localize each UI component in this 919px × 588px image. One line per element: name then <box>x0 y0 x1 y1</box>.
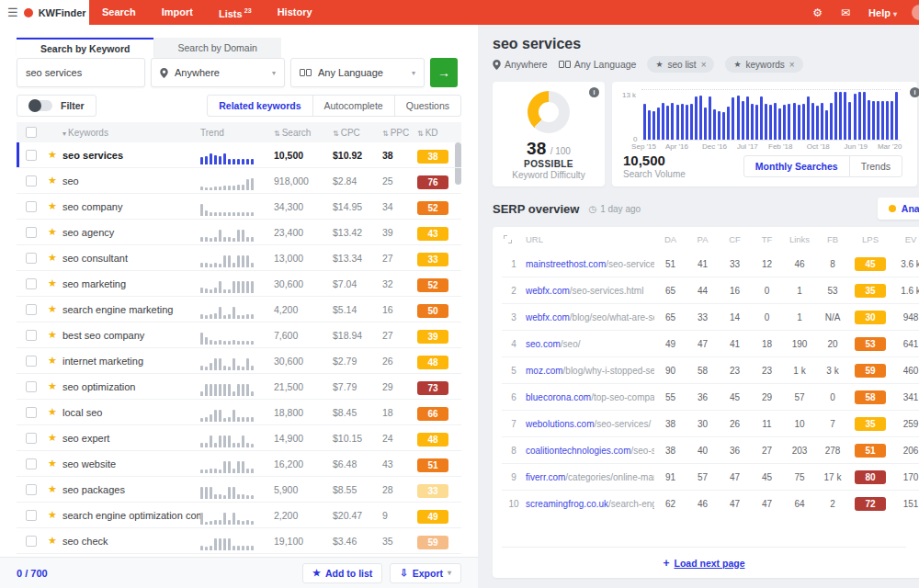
location-select[interactable]: Anywhere ▾ <box>151 58 285 87</box>
serp-result-row[interactable]: 5moz.com/blog/why-i-stopped-selling-…905… <box>502 357 919 384</box>
row-checkbox[interactable] <box>26 150 37 161</box>
serp-url-link[interactable]: bluecorona.com/top-seo-company/ <box>526 392 654 402</box>
serp-result-row[interactable]: 10screamingfrog.co.uk/search-engine-…624… <box>502 491 919 517</box>
kd-badge[interactable]: 49 <box>417 510 448 524</box>
col-ppc[interactable]: ⇅PPC <box>382 128 417 138</box>
serp-result-row[interactable]: 6bluecorona.com/top-seo-company/55364529… <box>502 384 919 411</box>
keyword-row[interactable]: ★seo check19,100$3.463559 <box>17 528 461 554</box>
col-cpc[interactable]: ⇅CPC <box>333 128 382 138</box>
filter-button[interactable]: Filter <box>17 95 96 117</box>
kd-badge[interactable]: 48 <box>417 433 448 447</box>
col-kd[interactable]: ⇅KD <box>417 128 461 138</box>
row-checkbox[interactable] <box>26 433 37 444</box>
settings-gear-icon[interactable]: ⚙ <box>812 7 823 18</box>
star-icon[interactable]: ★ <box>42 226 62 238</box>
serp-result-row[interactable]: 9fiverr.com/categories/online-marketi…91… <box>502 464 919 491</box>
select-all-checkbox[interactable] <box>26 127 37 138</box>
star-icon[interactable]: ★ <box>42 406 62 418</box>
kd-badge[interactable]: 59 <box>417 536 448 549</box>
serp-url-link[interactable]: webfx.com/blog/seo/what-are-seo-s… <box>526 312 654 322</box>
star-icon[interactable]: ★ <box>42 380 62 392</box>
keyword-row[interactable]: ★seo company34,300$14.953452 <box>17 194 461 220</box>
row-checkbox[interactable] <box>26 201 37 212</box>
keyword-row[interactable]: ★seo marketing30,600$7.043252 <box>17 271 461 297</box>
row-checkbox[interactable] <box>26 381 37 392</box>
kd-badge[interactable]: 52 <box>417 201 448 215</box>
language-select[interactable]: Any Language ▾ <box>290 58 425 87</box>
col-lps[interactable]: LPS <box>849 234 891 244</box>
row-checkbox[interactable] <box>26 536 37 547</box>
row-checkbox[interactable] <box>26 356 37 367</box>
serp-result-row[interactable]: 7webolutions.com/seo-services/3830261110… <box>502 411 919 437</box>
kd-badge[interactable]: 51 <box>417 458 448 472</box>
close-icon[interactable]: × <box>789 60 795 70</box>
kd-badge[interactable]: 48 <box>417 356 448 369</box>
kd-badge[interactable]: 39 <box>417 330 448 344</box>
kd-badge[interactable]: 43 <box>417 227 448 241</box>
tag-keywords[interactable]: ★keywords× <box>725 56 802 73</box>
hamburger-menu-icon[interactable]: ☰ <box>7 6 18 18</box>
star-icon[interactable]: ★ <box>42 483 62 495</box>
nav-item-search[interactable]: Search <box>89 0 149 25</box>
row-checkbox[interactable] <box>26 278 37 289</box>
keyword-row[interactable]: ★seo services10,500$10.923838 <box>17 142 461 168</box>
analyze-serp-button[interactable]: Analyze SERP <box>878 198 919 220</box>
col-fb[interactable]: FB <box>816 234 849 244</box>
star-icon[interactable]: ★ <box>42 458 62 469</box>
tab-questions[interactable]: Questions <box>394 95 461 117</box>
star-icon[interactable]: ★ <box>42 535 62 547</box>
star-icon[interactable]: ★ <box>42 355 62 367</box>
col-search[interactable]: ⇅Search <box>274 128 333 138</box>
serp-result-row[interactable]: 3webfx.com/blog/seo/what-are-seo-s…65331… <box>502 304 919 331</box>
serp-result-row[interactable]: 4seo.com/seo/494741181902053641 <box>502 331 919 357</box>
info-icon[interactable]: i <box>910 87 919 97</box>
keyword-row[interactable]: ★search engine marketing4,200$5.141650 <box>17 297 461 322</box>
nav-item-import[interactable]: Import <box>149 0 206 25</box>
star-icon[interactable]: ★ <box>42 329 62 341</box>
serp-url-link[interactable]: moz.com/blog/why-i-stopped-selling-… <box>526 366 654 376</box>
serp-url-link[interactable]: coalitiontechnologies.com/seo-searc… <box>526 446 654 456</box>
col-url[interactable]: URL <box>526 234 654 244</box>
kd-badge[interactable]: 76 <box>417 175 448 189</box>
row-checkbox[interactable] <box>26 304 37 315</box>
messages-icon[interactable]: ✉ <box>841 7 850 18</box>
star-icon[interactable]: ★ <box>42 509 62 521</box>
keyword-row[interactable]: ★seo optimization21,500$7.792973 <box>17 374 461 400</box>
row-checkbox[interactable] <box>26 407 37 418</box>
kd-badge[interactable]: 33 <box>417 253 448 266</box>
serp-result-row[interactable]: 2webfx.com/seo-services.html654416015335… <box>502 277 919 304</box>
row-checkbox[interactable] <box>26 330 37 341</box>
star-icon[interactable]: ★ <box>42 175 62 187</box>
col-cf[interactable]: CF <box>719 234 751 244</box>
keyword-row[interactable]: ★seo expert14,900$10.152448 <box>17 425 461 451</box>
star-icon[interactable]: ★ <box>42 149 62 161</box>
keyword-row[interactable]: ★seo website16,200$6.484351 <box>17 451 461 477</box>
nav-item-history[interactable]: History <box>265 0 325 25</box>
filter-toggle[interactable] <box>28 100 52 111</box>
serp-url-link[interactable]: mainstreethost.com/seo-services/ <box>526 259 654 269</box>
row-checkbox[interactable] <box>26 253 37 264</box>
kd-badge[interactable]: 50 <box>417 304 448 318</box>
col-ev[interactable]: EV <box>891 234 919 244</box>
keyword-row[interactable]: ★seo packages5,900$8.552833 <box>17 477 461 503</box>
star-icon[interactable]: ★ <box>42 200 62 212</box>
tab-search-by-domain[interactable]: Search by Domain <box>153 38 280 58</box>
serp-url-link[interactable]: webolutions.com/seo-services/ <box>526 419 654 429</box>
col-da[interactable]: DA <box>654 234 686 244</box>
keyword-row[interactable]: ★local seo18,800$8.451866 <box>17 400 461 425</box>
kd-badge[interactable]: 52 <box>417 278 448 292</box>
serp-result-row[interactable]: 1mainstreethost.com/seo-services/5141331… <box>502 251 919 277</box>
serp-url-link[interactable]: seo.com/seo/ <box>526 339 654 349</box>
nav-item-lists[interactable]: Lists 23 <box>206 0 265 27</box>
star-icon[interactable]: ★ <box>42 303 62 315</box>
close-icon[interactable]: × <box>701 60 707 70</box>
serp-result-row[interactable]: 8coalitiontechnologies.com/seo-searc…384… <box>502 437 919 464</box>
search-submit-button[interactable]: → <box>430 58 458 87</box>
star-icon[interactable]: ★ <box>42 432 62 444</box>
keyword-row[interactable]: ★seo consultant13,000$13.342733 <box>17 245 461 271</box>
kd-badge[interactable]: 73 <box>417 381 448 395</box>
serp-url-link[interactable]: webfx.com/seo-services.html <box>526 286 654 296</box>
help-menu[interactable]: Help ▾ <box>868 7 897 18</box>
star-icon[interactable]: ★ <box>42 252 62 264</box>
tab-related-keywords[interactable]: Related keywords <box>207 95 312 117</box>
